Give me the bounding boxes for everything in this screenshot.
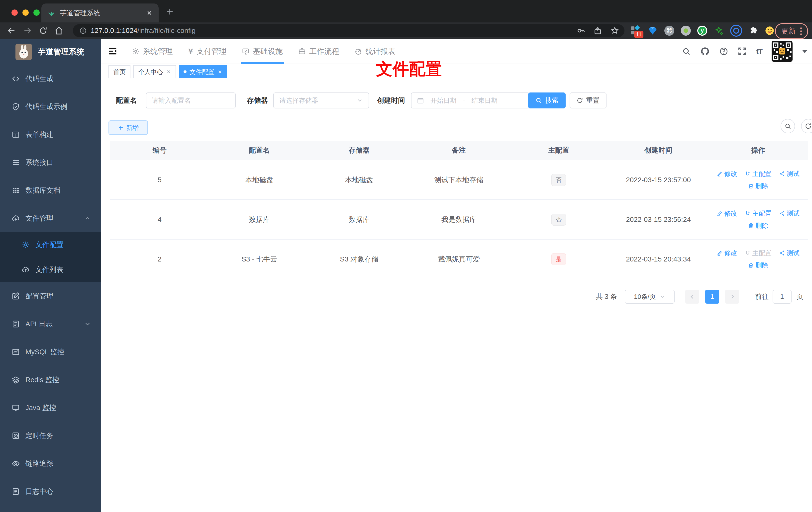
- table-refresh-button[interactable]: [801, 119, 812, 133]
- sidebar-fold-icon[interactable]: [108, 47, 117, 56]
- master-link[interactable]: 主配置: [745, 209, 772, 218]
- nav-item-system[interactable]: 系统管理: [125, 39, 180, 64]
- edit-link[interactable]: 修改: [717, 170, 737, 178]
- share-icon[interactable]: [593, 26, 602, 35]
- extension-y-icon[interactable]: y: [697, 26, 707, 36]
- extension-emoji-icon[interactable]: [764, 26, 775, 36]
- chart-icon: [11, 348, 20, 356]
- edit-link[interactable]: 修改: [717, 209, 737, 218]
- user-caret-icon[interactable]: [802, 50, 808, 53]
- sidebar-item-config-management[interactable]: 配置管理: [0, 282, 101, 310]
- share-icon: [779, 250, 785, 256]
- page-number-button[interactable]: 1: [705, 290, 719, 304]
- url-bar[interactable]: 127.0.0.1:1024/infra/file/file-config: [73, 24, 625, 37]
- window-close-button[interactable]: [11, 9, 18, 16]
- goto-page-input[interactable]: [773, 290, 791, 304]
- sidebar-item-tracing[interactable]: 链路追踪: [0, 450, 101, 478]
- active-dot: [183, 70, 186, 73]
- view-tab-home[interactable]: 首页: [109, 65, 130, 78]
- password-key-icon[interactable]: [577, 26, 585, 35]
- master-link[interactable]: 主配置: [745, 170, 772, 178]
- bookmark-star-icon[interactable]: [610, 26, 619, 35]
- search-icon: [784, 123, 791, 130]
- browser-tab[interactable]: 芋道管理系统: [41, 3, 158, 23]
- sidebar-item-file-list[interactable]: 文件列表: [0, 257, 101, 282]
- delete-link[interactable]: 删除: [748, 261, 768, 270]
- cloud-upload-icon: [22, 266, 30, 274]
- pagination-total: 共 3 条: [596, 290, 617, 304]
- nav-item-payment[interactable]: ¥支付管理: [181, 39, 233, 64]
- window-zoom-button[interactable]: [33, 9, 40, 16]
- search-icon[interactable]: [682, 47, 691, 56]
- extension-command-icon[interactable]: ⌘: [664, 26, 674, 36]
- sidebar-item-java-monitor[interactable]: Java 监控: [0, 394, 101, 422]
- next-page-button[interactable]: [725, 290, 739, 304]
- tab-close-icon[interactable]: [146, 10, 153, 16]
- help-icon[interactable]: [719, 47, 728, 56]
- back-icon[interactable]: [7, 26, 16, 35]
- test-link[interactable]: 测试: [779, 170, 800, 178]
- github-icon[interactable]: [700, 47, 710, 56]
- extension-gem-icon[interactable]: [647, 25, 658, 36]
- extension-eye-icon[interactable]: [730, 25, 742, 37]
- home-icon[interactable]: [54, 26, 63, 35]
- page-unit-label: 页: [796, 290, 803, 304]
- sidebar-item-file-management[interactable]: 文件管理: [0, 204, 101, 232]
- new-tab-button[interactable]: [164, 6, 176, 18]
- table-search-toggle-button[interactable]: [781, 119, 795, 133]
- page-size-select[interactable]: 10条/页: [625, 290, 675, 304]
- extensions-puzzle-icon[interactable]: [749, 26, 758, 35]
- font-size-icon[interactable]: tT: [756, 47, 762, 56]
- sidebar-item-mysql-monitor[interactable]: MySQL 监控: [0, 338, 101, 366]
- storage-select[interactable]: 请选择存储器: [273, 92, 369, 109]
- nav-item-infrastructure[interactable]: 基础设施: [235, 39, 290, 64]
- date-range-picker[interactable]: 开始日期 - 结束日期: [411, 92, 530, 109]
- sidebar-item-db-doc[interactable]: 数据库文档: [0, 177, 101, 204]
- col-created: 创建时间: [609, 141, 708, 160]
- browser-tab-title: 芋道管理系统: [60, 8, 146, 18]
- sidebar-item-redis-monitor[interactable]: Redis 监控: [0, 366, 101, 394]
- nav-item-workflow[interactable]: 工作流程: [291, 39, 346, 64]
- view-tab-file-config[interactable]: 文件配置: [179, 65, 227, 78]
- tags-view-bar: 首页 个人中心 文件配置: [101, 64, 812, 80]
- sidebar-item-system-api[interactable]: 系统接口: [0, 149, 101, 177]
- delete-link[interactable]: 删除: [748, 221, 768, 230]
- close-icon[interactable]: [166, 69, 171, 74]
- extension-sparkle-icon[interactable]: [714, 26, 724, 36]
- view-tab-profile[interactable]: 个人中心: [134, 65, 176, 78]
- site-info-icon[interactable]: [79, 27, 87, 34]
- reload-icon[interactable]: [39, 26, 48, 35]
- prev-page-button[interactable]: [685, 290, 699, 304]
- sidebar-item-api-log[interactable]: API 日志: [0, 310, 101, 338]
- edit-link[interactable]: 修改: [717, 249, 737, 258]
- forward-icon[interactable]: [23, 26, 32, 35]
- add-button[interactable]: 新增: [109, 120, 148, 135]
- extension-dot-icon[interactable]: [681, 26, 691, 36]
- app-logo[interactable]: 芋道管理系统: [0, 39, 101, 65]
- config-name-field[interactable]: [146, 92, 236, 109]
- table-row: 4 数据库 数据库 我是数据库 否 2022-03-15 23:56:24 修改…: [110, 200, 808, 240]
- sidebar-item-code-demo[interactable]: 代码生成示例: [0, 93, 101, 121]
- sidebar-item-file-config[interactable]: 文件配置: [0, 232, 101, 257]
- fullscreen-icon[interactable]: [738, 47, 747, 56]
- extension-tiles-icon[interactable]: 11: [631, 25, 641, 36]
- config-name-input[interactable]: [146, 97, 235, 104]
- close-icon[interactable]: [218, 69, 223, 74]
- avatar[interactable]: [772, 41, 792, 62]
- sidebar-item-log-center[interactable]: 日志中心: [0, 478, 101, 506]
- col-storage: 存储器: [309, 141, 409, 160]
- browser-menu-icon[interactable]: [800, 27, 802, 35]
- reset-button[interactable]: 重置: [570, 92, 607, 109]
- search-button[interactable]: 搜索: [528, 92, 566, 109]
- browser-update-button[interactable]: 更新: [775, 23, 808, 39]
- sidebar-item-form-builder[interactable]: 表单构建: [0, 121, 101, 149]
- test-link[interactable]: 测试: [779, 249, 800, 258]
- test-link[interactable]: 测试: [779, 209, 800, 218]
- app-header: 系统管理 ¥支付管理 基础设施 工作流程 统计报表 tT: [101, 39, 812, 64]
- delete-link[interactable]: 删除: [748, 182, 768, 190]
- window-minimize-button[interactable]: [23, 9, 29, 16]
- sidebar-item-scheduled-tasks[interactable]: 定时任务: [0, 422, 101, 450]
- shield-check-icon: [11, 103, 20, 111]
- sidebar-item-code-gen[interactable]: 代码生成: [0, 65, 101, 93]
- col-actions: 操作: [708, 141, 808, 160]
